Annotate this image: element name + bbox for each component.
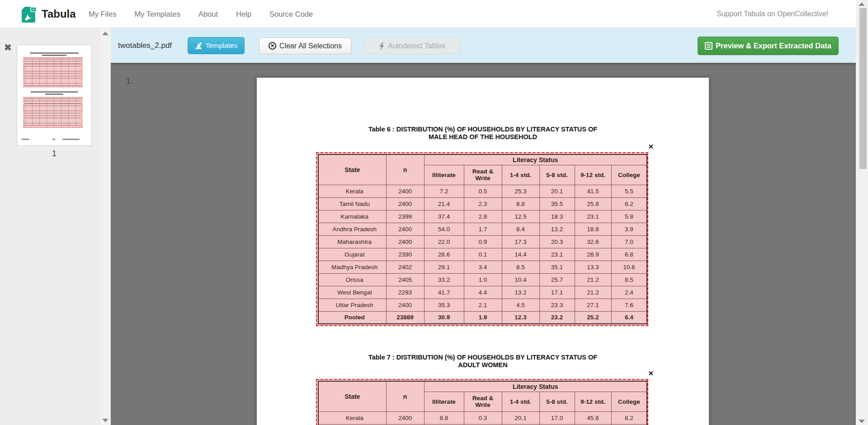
- cell-value: 1.7: [464, 223, 502, 235]
- cell-value: 17.0: [539, 411, 575, 424]
- cell-value: 23.1: [575, 210, 611, 223]
- thumb-title-line: [42, 55, 66, 56]
- scroll-down-icon[interactable]: [102, 419, 108, 422]
- cell-value: 0.3: [464, 411, 502, 424]
- cell-value: 0.1: [464, 248, 502, 261]
- cell-value: 2405: [386, 273, 424, 286]
- cell-value: 22.0: [424, 235, 464, 248]
- cell-value: 35.1: [539, 261, 575, 273]
- cell-value: 20.1: [502, 411, 539, 424]
- page-1-thumbnail[interactable]: [17, 45, 92, 146]
- col-header-n: n: [386, 154, 424, 185]
- cell-value: 13.2: [502, 286, 539, 299]
- nav-item-source-code[interactable]: Source Code: [269, 10, 313, 19]
- cell-state: Madhya Pradesh: [318, 261, 386, 273]
- cell-value: 30.9: [424, 311, 464, 324]
- cell-value: 8.8: [424, 411, 464, 424]
- col-header: 9-12 std.: [575, 165, 611, 185]
- cell-value: 6.8: [611, 248, 647, 261]
- cell-state: Kerala: [318, 411, 386, 424]
- cell-value: 3.4: [464, 261, 502, 273]
- cell-state: Maharashtra: [318, 235, 386, 248]
- window-scrollbar[interactable]: [856, 0, 868, 425]
- pdf-data-table: StatenLiteracy StatusIlliterateRead & Wr…: [318, 381, 647, 425]
- col-header-state: State: [318, 154, 386, 185]
- cell-value: 18.3: [539, 210, 575, 223]
- nav-item-my-templates[interactable]: My Templates: [134, 10, 180, 19]
- cell-value: 4.5: [502, 299, 539, 311]
- table7-title: Table 7 : DISTRIBUTION (%) OF HOUSEHOLDS…: [257, 354, 709, 369]
- close-selection-icon[interactable]: ✕: [648, 143, 654, 150]
- pdf-page-1: Table 6 : DISTRIBUTION (%) OF HOUSEHOLDS…: [257, 78, 709, 425]
- cell-value: 2400: [386, 223, 424, 235]
- col-header: Illiterate: [424, 392, 464, 411]
- nav-item-my-files[interactable]: My Files: [89, 10, 116, 19]
- cell-value: 8.5: [502, 261, 539, 273]
- cell-value: 5.8: [611, 210, 647, 223]
- table6-title-line1: Table 6 : DISTRIBUTION (%) OF HOUSEHOLDS…: [257, 126, 709, 133]
- selection-box-table7[interactable]: ✕ StatenLiteracy StatusIlliterateRead & …: [316, 379, 648, 425]
- cell-value: 2400: [386, 299, 424, 311]
- sidebar-scrollbar[interactable]: [100, 28, 111, 425]
- nav-item-help[interactable]: Help: [236, 10, 251, 19]
- cell-value: 17.1: [539, 286, 575, 299]
- autodetect-tables-button[interactable]: Autodetect Tables: [364, 37, 460, 54]
- scroll-up-icon[interactable]: [102, 32, 108, 35]
- brand[interactable]: Tabula: [22, 5, 76, 23]
- scroll-down-icon[interactable]: [859, 420, 865, 423]
- table6: StatenLiteracy StatusIlliterateRead & Wr…: [318, 154, 646, 324]
- cell-value: 6.4: [611, 311, 647, 324]
- templates-button-label: Templates: [206, 42, 238, 50]
- cell-value: 2.1: [464, 299, 502, 311]
- thumb-footer-mark: [62, 139, 80, 140]
- scroll-up-icon[interactable]: [859, 2, 865, 6]
- scrollbar-thumb[interactable]: [859, 8, 867, 169]
- cell-state: Andhra Pradesh: [318, 223, 386, 235]
- templates-button[interactable]: Templates: [188, 37, 245, 54]
- thumb-title-line: [31, 91, 78, 93]
- cell-value: 45.6: [575, 411, 611, 424]
- table-row: Pooled2388930.91.912.323.225.26.4: [318, 311, 647, 324]
- col-header: 5-8 std.: [539, 165, 575, 185]
- cell-value: 4.4: [464, 286, 502, 299]
- cell-state: Tamil Nadu: [318, 197, 386, 210]
- nav-item-about[interactable]: About: [198, 10, 218, 19]
- close-selection-icon[interactable]: ✕: [648, 370, 654, 377]
- col-header: Read & Write: [464, 392, 502, 411]
- remove-page-button[interactable]: ✖: [4, 43, 12, 52]
- cell-value: 3.9: [611, 223, 647, 235]
- cell-value: 0.5: [464, 185, 502, 197]
- cell-value: 13.2: [539, 223, 575, 235]
- selection-box-table6[interactable]: ✕ StatenLiteracy StatusIlliterateRead & …: [316, 152, 648, 326]
- table-row: West Bengal229341.74.413.217.121.22.4: [318, 286, 647, 299]
- cell-value: 20.1: [539, 185, 575, 197]
- table-row: Kerala24008.80.320.117.045.68.2: [318, 411, 647, 424]
- cell-value: 14.4: [502, 248, 539, 261]
- circle-x-icon: ✕: [269, 42, 276, 50]
- col-header: College: [611, 165, 647, 185]
- cell-value: 23889: [386, 311, 424, 324]
- col-header-state: State: [318, 381, 386, 411]
- cell-state: Gujarat: [318, 248, 386, 261]
- table-row: Andhra Pradesh240054.01.78.413.218.83.9: [318, 223, 647, 235]
- col-group-literacy-status: Literacy Status: [424, 154, 647, 165]
- cell-value: 27.1: [575, 299, 611, 311]
- cell-value: 21.2: [575, 273, 611, 286]
- cell-value: 2400: [386, 185, 424, 197]
- table-row: Orissa240533.21.010.425.721.28.5: [318, 273, 647, 286]
- thumbnail-selection-table7[interactable]: [24, 97, 82, 128]
- cell-value: 41.5: [575, 185, 611, 197]
- thumbnail-selection-table6[interactable]: [24, 57, 82, 87]
- clear-all-selections-button[interactable]: ✕ Clear All Selections: [259, 37, 351, 54]
- cell-value: 7.2: [424, 185, 464, 197]
- cell-value: 2.3: [464, 197, 502, 210]
- preview-export-button[interactable]: Preview & Export Extracted Data: [698, 37, 839, 55]
- cell-value: 7.6: [611, 299, 647, 311]
- top-navbar: Tabula My FilesMy TemplatesAboutHelpSour…: [0, 0, 868, 28]
- cell-value: 8.4: [502, 223, 539, 235]
- cell-value: 8.5: [611, 273, 647, 286]
- table-row: Kerala24007.20.525.320.141.55.5: [318, 185, 647, 197]
- cell-value: 5.5: [611, 185, 647, 197]
- thumb-table-grid: [25, 98, 81, 126]
- support-link[interactable]: Support Tabula on OpenCollective!: [717, 0, 828, 28]
